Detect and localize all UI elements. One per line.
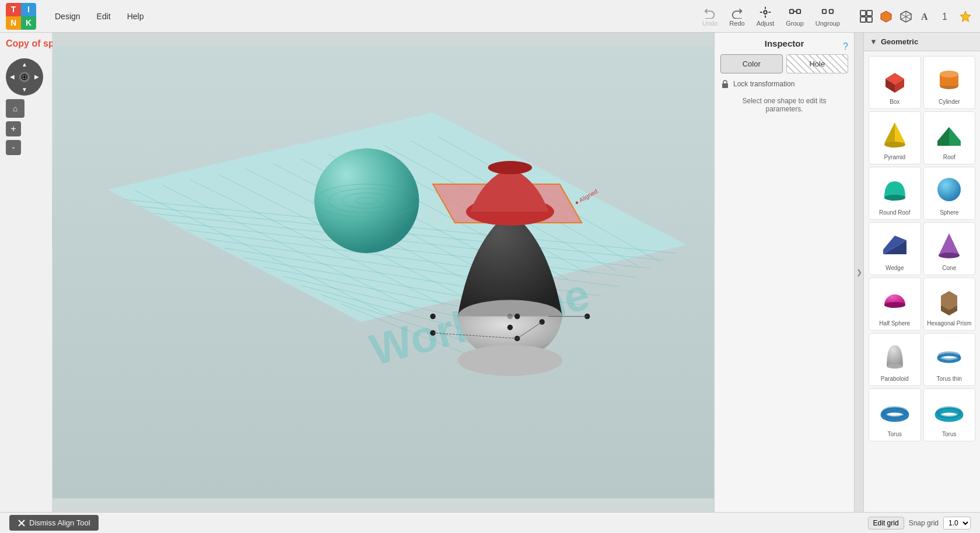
shape-hex-prism[interactable]: Hexagonal Prism [923, 278, 976, 331]
svg-rect-5 [789, 9, 793, 13]
pan-right[interactable]: ▶ [31, 71, 43, 83]
svg-rect-75 [722, 83, 728, 88]
svg-point-66 [508, 314, 513, 319]
edit-grid-button[interactable]: Edit grid [868, 517, 904, 530]
collapse-handle[interactable]: ❯ [854, 33, 863, 512]
shape-sphere-label: Sphere [940, 209, 958, 216]
svg-marker-86 [937, 127, 949, 146]
shape-torus[interactable]: Torus [869, 388, 921, 441]
zoom-in-button[interactable]: + [6, 121, 21, 136]
svg-point-63 [430, 314, 435, 319]
nav-edit[interactable]: Edit [89, 8, 119, 24]
logo-k: K [21, 16, 36, 30]
shape-round-roof[interactable]: Round Roof [869, 167, 921, 220]
svg-point-88 [884, 195, 905, 201]
svg-point-94 [884, 302, 905, 308]
undo-button[interactable]: Undo [702, 6, 718, 27]
pan-left[interactable]: ◀ [6, 71, 18, 83]
svg-marker-92 [939, 233, 960, 255]
adjust-label: Adjust [757, 20, 775, 27]
logo[interactable]: T I N K [6, 3, 36, 30]
inspector-help-icon[interactable]: ? [843, 41, 848, 52]
lock-label: Lock transformation [733, 80, 794, 88]
snap-grid-label: Snap grid [909, 519, 939, 527]
pan-up[interactable]: ▲ [18, 58, 30, 71]
svg-point-0 [764, 10, 767, 14]
svg-rect-11 [860, 17, 866, 22]
svg-point-89 [937, 178, 961, 201]
adjust-button[interactable]: Adjust [757, 6, 775, 27]
logo-t: T [6, 3, 21, 16]
svg-marker-20 [960, 11, 971, 22]
shape-pyramid-label: Pyramid [884, 154, 905, 160]
shape-pyramid[interactable]: Pyramid [869, 111, 921, 164]
logo-i: I [21, 3, 36, 16]
grid-view-btn[interactable] [858, 8, 875, 25]
svg-point-62 [458, 345, 563, 376]
canvas-area[interactable]: Workplane [52, 33, 714, 512]
shape-half-sphere-label: Half Sphere [879, 320, 910, 327]
shape-torus-thin[interactable]: Torus thin [923, 333, 976, 386]
workplane-svg: Workplane [52, 33, 714, 512]
inspector-buttons: Color Hole [720, 54, 848, 73]
shape-paraboloid-label: Paraboloid [881, 376, 909, 382]
text-icon-btn[interactable]: A [917, 8, 935, 25]
svg-point-97 [887, 364, 903, 369]
ungroup-button[interactable]: Ungroup [816, 6, 840, 27]
redo-button[interactable]: Redo [729, 6, 744, 27]
svg-text:1: 1 [942, 12, 947, 22]
group-button[interactable]: Group [786, 6, 804, 27]
shape-sphere[interactable]: Sphere [923, 167, 976, 220]
svg-point-93 [939, 253, 960, 258]
shape-box-label: Box [890, 99, 900, 105]
scene-container: Workplane [52, 33, 714, 512]
nav-design[interactable]: Design [47, 8, 89, 24]
shapes-dropdown-arrow[interactable]: ▼ [870, 37, 877, 46]
star-icon-btn[interactable] [957, 8, 974, 25]
shape-hex-prism-label: Hexagonal Prism [927, 320, 971, 327]
svg-point-84 [884, 142, 905, 148]
shape-torus-label: Torus [888, 431, 902, 437]
view-icons: A 1 [858, 8, 974, 25]
shape-cylinder[interactable]: Cylinder [923, 56, 976, 109]
left-panel: Copy of space ship ? ▲ ◀ ⊕ ▶ ▼ ⌂ + - [0, 33, 52, 512]
shape-half-sphere[interactable]: Half Sphere [869, 278, 921, 331]
shape-cone[interactable]: Cone [923, 222, 976, 275]
home-button[interactable]: ⌂ [6, 99, 24, 118]
shape-roof[interactable]: Roof [923, 111, 976, 164]
nav-help[interactable]: Help [119, 8, 152, 24]
svg-point-81 [940, 71, 958, 78]
shape-torus2[interactable]: Torus [923, 388, 976, 441]
shape-wedge-label: Wedge [886, 265, 904, 271]
pan-down[interactable]: ▼ [18, 83, 30, 96]
topbar: T I N K Design Edit Help Undo Redo Adjus… [0, 0, 980, 33]
svg-rect-6 [796, 9, 800, 13]
dismiss-align-tool-button[interactable]: Dismiss Align Tool [9, 515, 99, 531]
nav-menu: Design Edit Help [47, 8, 152, 24]
shape-box[interactable]: Box [869, 56, 921, 109]
main-area: Copy of space ship ? ▲ ◀ ⊕ ▶ ▼ ⌂ + - [0, 33, 980, 512]
number-icon-btn[interactable]: 1 [937, 8, 954, 25]
wireframe-view-btn[interactable] [897, 8, 915, 25]
color-button[interactable]: Color [720, 54, 783, 73]
sphere-object[interactable] [314, 148, 419, 253]
logo-n: N [6, 16, 21, 30]
zoom-out-button[interactable]: - [6, 140, 21, 155]
dismiss-x-icon [18, 519, 26, 527]
snap-grid-select[interactable]: 1.0 0.5 2.0 [943, 517, 971, 530]
svg-point-70 [514, 314, 520, 319]
svg-rect-9 [860, 10, 866, 16]
shape-paraboloid[interactable]: Paraboloid [869, 333, 921, 386]
pan-center[interactable]: ⊕ [19, 72, 30, 82]
pan-control[interactable]: ▲ ◀ ⊕ ▶ ▼ [6, 58, 43, 96]
inspector-hint: Select one shape to edit its parameters. [720, 94, 848, 115]
svg-rect-7 [822, 9, 826, 13]
svg-marker-13 [881, 11, 891, 22]
shape-wedge[interactable]: Wedge [869, 222, 921, 275]
group-label: Group [786, 20, 804, 27]
lock-icon [720, 79, 730, 89]
svg-point-65 [508, 325, 513, 330]
shape-torus2-label: Torus [942, 431, 956, 437]
cube-view-btn[interactable] [877, 8, 895, 25]
hole-button[interactable]: Hole [786, 54, 849, 73]
